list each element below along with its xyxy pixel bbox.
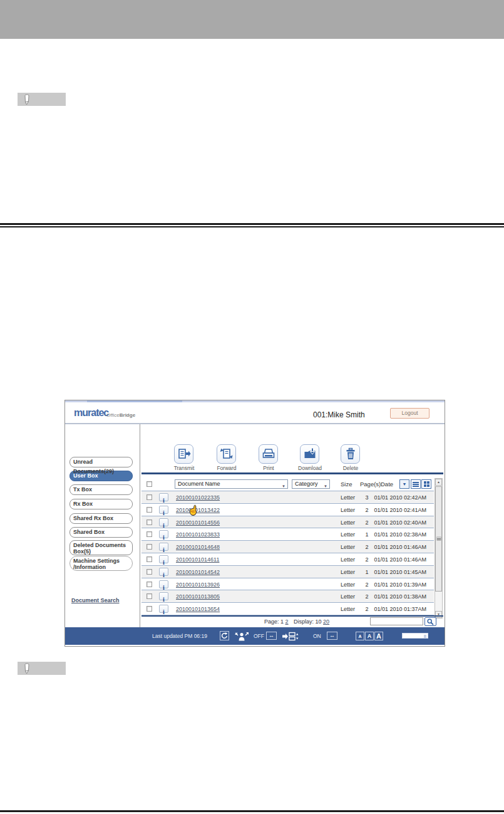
row-checkbox[interactable] [147,494,152,500]
info-icon[interactable]: i [159,555,168,563]
print-toggle-button[interactable]: ↔ [327,632,337,640]
page-link-2[interactable]: 2 [285,618,289,625]
document-list: i 20100101022335 Letter 3 01/01 2010 02:… [141,491,434,615]
sort-order-button[interactable]: ▼ [399,479,409,489]
document-link[interactable]: 20100101014556 [176,519,220,526]
info-glyph: i [163,509,165,516]
list-view-icon [413,484,419,485]
product-office: Office [106,412,120,418]
document-link[interactable]: 20100101014542 [176,569,220,575]
row-checkbox[interactable] [147,531,152,537]
row-checkbox[interactable] [147,556,152,562]
document-link[interactable]: 20100101013805 [176,593,220,600]
display-link-20[interactable]: 20 [323,618,329,625]
sidebar-item-shared-rx-box[interactable]: Shared Rx Box [69,513,133,524]
size-cell: Letter [341,606,355,612]
sidebar-item-rx-box[interactable]: Rx Box [69,499,133,509]
status-bar: Last updated PM 06:19 OFF ↔ [65,627,445,645]
select-all-checkbox[interactable] [147,481,152,487]
table-header: Document Name▼ Category▼ Size Page(s) Da… [141,478,434,491]
transmit-button[interactable] [174,444,193,464]
info-icon[interactable]: i [159,580,168,588]
row-checkbox[interactable] [147,606,152,612]
document-link[interactable]: 20100101014611 [176,556,219,563]
pages-cell: 2 [362,593,372,600]
info-glyph: i [163,559,165,566]
pencil-icon [22,94,31,106]
info-icon[interactable]: i [159,605,168,613]
row-checkbox[interactable] [147,569,152,575]
info-icon[interactable]: i [159,568,168,576]
print-state: ON [313,633,321,639]
row-checkbox[interactable] [147,507,152,513]
row-checkbox[interactable] [147,582,152,587]
logout-button[interactable]: Logout [390,408,429,419]
font-size-small-button[interactable]: A [356,632,364,640]
scroll-down-icon[interactable]: ▼ [435,611,442,618]
info-icon[interactable]: i [159,530,168,538]
info-glyph: i [163,522,165,529]
size-cell: Letter [341,569,355,575]
sidebar-item-tx-box[interactable]: Tx Box [69,484,133,495]
delete-button[interactable] [341,444,360,464]
download-icon [303,447,317,461]
sidebar-item-unread-documents[interactable]: Unread Documents(29) [69,457,133,467]
print-button[interactable] [259,444,278,464]
sidebar-item-shared-box[interactable]: Shared Box [69,527,133,538]
sidebar: Unread Documents(29) User Box Tx Box Rx … [65,424,140,627]
receive-toggle-button[interactable]: ↔ [266,632,277,640]
document-name-filter-dropdown[interactable]: Document Name▼ [175,479,288,489]
date-cell: 01/01 2010 02:41AM [374,507,426,513]
size-cell: Letter [341,531,355,538]
table-scrollbar[interactable]: ▲ ▼ [435,478,443,618]
info-icon[interactable]: i [159,506,168,514]
sidebar-item-deleted-documents-box[interactable]: Deleted Documents Box(5) [69,540,133,555]
search-button[interactable] [424,617,436,626]
list-view-button[interactable] [411,479,421,489]
document-link[interactable]: 20100101013926 [176,582,220,588]
search-input[interactable] [370,617,423,625]
date-cell: 01/01 2010 01:46AM [374,544,426,550]
thumbnail-view-button[interactable] [421,479,431,489]
document-link[interactable]: 20100101022335 [176,494,220,501]
document-search-link[interactable]: Document Search [71,597,120,603]
date-cell: 01/01 2010 01:45AM [374,569,426,575]
row-checkbox[interactable] [147,544,152,550]
row-checkbox[interactable] [147,593,152,599]
download-button[interactable] [300,444,319,464]
info-icon[interactable]: i [159,592,168,600]
date-cell: 01/01 2010 02:40AM [374,519,426,526]
forward-button[interactable] [217,444,236,464]
document-link[interactable]: 20100101023833 [176,531,220,538]
delete-icon [344,447,357,461]
chevron-down-icon: ▼ [282,483,285,491]
page-label: Page: [264,618,279,625]
document-link[interactable]: 20100101014648 [176,544,220,550]
sidebar-item-machine-settings[interactable]: Machine Settings /Information [69,556,133,571]
scrollbar-thumb[interactable] [435,486,442,592]
print-label: Print [249,465,288,471]
font-size-large-button[interactable]: A [374,632,383,640]
refresh-button[interactable] [220,631,229,640]
info-icon[interactable]: i [159,543,168,551]
receive-person-icon [234,632,249,641]
table-row: i 20100101013654 Letter 2 01/01 2010 01:… [141,603,434,615]
category-filter-dropdown[interactable]: Category▼ [292,479,330,489]
sort-arrow-icon: ▼ [403,482,407,486]
print-device-icon [282,632,299,641]
transmit-icon [177,447,191,461]
pages-cell: 2 [362,519,372,526]
info-icon[interactable]: i [159,493,168,501]
info-icon[interactable]: i [159,518,168,526]
refresh-icon [221,632,228,639]
scroll-up-icon[interactable]: ▲ [435,479,442,486]
table-row: i 20100101014556 Letter 2 01/01 2010 02:… [141,516,434,529]
info-glyph: i [163,571,165,578]
pages-cell: 2 [362,606,372,612]
note-badge [18,662,66,675]
document-link[interactable]: 20100101013654 [176,606,220,612]
table-row: i 20100101013805 Letter 2 01/01 2010 01:… [141,590,434,603]
row-checkbox[interactable] [147,519,152,525]
toggle-arrows-icon: ↔ [329,632,335,639]
font-size-medium-button[interactable]: A [365,632,374,640]
